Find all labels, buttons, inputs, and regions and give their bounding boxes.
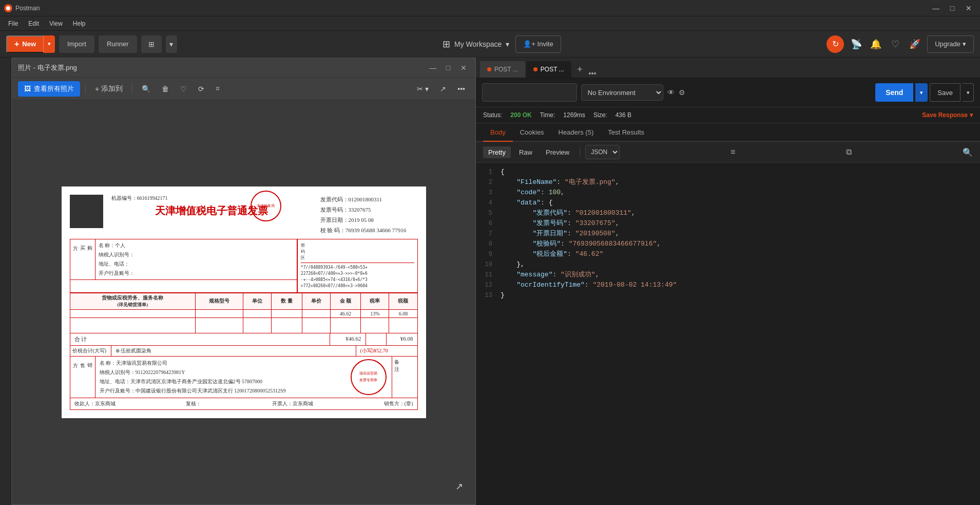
save-response-button[interactable]: Save Response ▾ — [922, 111, 973, 119]
satellite-button[interactable]: 📡 — [849, 37, 863, 51]
col-amount: 金 额 — [330, 293, 361, 309]
rotate-button[interactable]: ⟳ — [194, 83, 208, 95]
env-gear-button[interactable]: ⚙ — [679, 88, 685, 97]
expand-button[interactable]: ↗ — [455, 481, 463, 492]
code-line-12: 12 "ocrIdentifyTime": "2019-08-02 14:13:… — [476, 280, 980, 290]
upgrade-button[interactable]: Upgrade ▾ — [927, 35, 974, 53]
fa-piao-dai-ma: 发票代码：012001800311 — [320, 195, 418, 205]
format-pretty-button[interactable]: Pretty — [483, 146, 511, 158]
share-button[interactable]: ↗ — [436, 83, 450, 95]
upgrade-button-wrap: Upgrade ▾ — [927, 35, 974, 53]
add-icon: + — [95, 85, 99, 93]
request-tab-1[interactable]: POST ... — [480, 61, 525, 78]
send-dropdown-button[interactable]: ▾ — [915, 83, 928, 102]
goods-price-cell — [302, 309, 330, 317]
empty-cell-3 — [243, 317, 272, 333]
total-amount: ¥46.62 — [330, 333, 366, 345]
zoom-icon: 🔍 — [142, 85, 150, 93]
delete-button[interactable]: 🗑 — [158, 83, 173, 95]
viewer-minimize-button[interactable]: — — [427, 62, 438, 73]
viewer-content: 机器编号：661619942171 天津增值税电子普通发票 天津税务局 发票代码… — [12, 100, 475, 504]
runner-button[interactable]: Runner — [99, 35, 137, 53]
wrap-lines-button[interactable]: ≡ — [731, 147, 735, 157]
format-raw-button[interactable]: Raw — [514, 146, 537, 158]
viewer-title: 照片 - 电子发票.png — [18, 63, 77, 72]
jiao-yan-ma: 校 验 码：76939 05688 34666 77916 — [320, 226, 418, 236]
new-button-wrap: + New ▾ — [6, 35, 55, 53]
save-dropdown-button[interactable]: ▾ — [963, 83, 974, 102]
zoom-button[interactable]: 🔍 — [138, 83, 155, 95]
request-tab-2[interactable]: POST ... — [526, 61, 571, 78]
dropdown-button[interactable]: ▾ — [166, 35, 177, 53]
new-tab-button[interactable]: + — [572, 61, 588, 78]
viewer-close-button[interactable]: ✕ — [458, 62, 469, 73]
app-logo — [4, 4, 12, 12]
total-label: 合 计 — [70, 333, 330, 345]
buyer-addr: 地址、电话： — [99, 259, 294, 269]
astronaut-button[interactable]: 🚀 — [908, 37, 922, 51]
workspace-label: My Workspace — [454, 40, 502, 48]
code-line-9: 9 "税后金额": "46.62" — [476, 249, 980, 259]
tab-2-dot — [533, 67, 537, 71]
edit-button[interactable]: ✂ ▾ — [413, 83, 433, 95]
copy-icon: ⧉ — [846, 147, 852, 156]
notification-icon: 🔔 — [870, 39, 881, 50]
viewer-maximize-button[interactable]: □ — [443, 62, 454, 73]
env-select[interactable]: No Environment — [581, 84, 663, 101]
heart-button[interactable]: ♡ — [888, 37, 902, 51]
resp-tab-cookies[interactable]: Cookies — [513, 123, 551, 142]
crop-button[interactable]: ⌗ — [212, 82, 224, 95]
more-tabs-button[interactable]: ••• — [589, 69, 597, 78]
menu-help[interactable]: Help — [69, 19, 90, 28]
col-spec: 规格型号 — [196, 293, 243, 309]
close-button[interactable]: ✕ — [962, 1, 976, 15]
layout-button[interactable]: ⊞ — [141, 35, 162, 53]
request-tabs: POST ... POST ... + ••• — [476, 58, 980, 78]
menu-view[interactable]: View — [45, 19, 67, 28]
menu-file[interactable]: File — [4, 19, 22, 28]
import-button[interactable]: Import — [59, 35, 94, 53]
send-button[interactable]: Send — [875, 83, 913, 102]
resp-tab-headers[interactable]: Headers (5) — [551, 123, 601, 142]
format-preview-button[interactable]: Preview — [541, 146, 574, 158]
code-line-10: 10 }, — [476, 259, 980, 270]
buyer-name-row: 购买方 名 称：个人 纳税人识别号： 地址、电话： 开户行及账号： — [70, 239, 297, 280]
more-button[interactable]: ••• — [453, 83, 469, 95]
workspace-button[interactable]: ⊞ My Workspace ▾ — [443, 39, 509, 50]
add-to-button[interactable]: + 添加到 — [91, 82, 127, 96]
empty-cell-7 — [361, 317, 389, 333]
format-select[interactable]: JSON XML HTML — [585, 145, 620, 159]
workspace-chevron-icon: ▾ — [506, 40, 509, 48]
more-icon: ••• — [457, 85, 465, 93]
code-line-1: 1 { — [476, 167, 980, 177]
new-button[interactable]: + New — [6, 35, 44, 53]
minimize-button[interactable]: — — [929, 1, 943, 15]
status-bar: Status: 200 OK Time: 1269ms Size: 436 B … — [476, 107, 980, 123]
time-label: Time: — [540, 111, 555, 119]
resp-tab-body[interactable]: Body — [483, 123, 513, 142]
copy-button[interactable]: ⧉ — [846, 147, 852, 157]
seller-addr: 地址、电话：天津市武清区京津电子商务产业园宏达道北偏2号 57807000 — [100, 377, 388, 386]
menu-bar: File Edit View Help — [0, 16, 980, 31]
price-total-cn: ⊗ 伍拾贰圆柒角 — [111, 346, 356, 356]
refresh-button[interactable]: ↻ — [827, 35, 844, 53]
heart-toolbar-button[interactable]: ♡ — [176, 83, 191, 95]
separator-1 — [85, 84, 86, 94]
response-body[interactable]: 1 { 2 "FileName": "电子发票.png", 3 "code": … — [476, 163, 980, 505]
gallery-button[interactable]: 🖼 查看所有照片 — [18, 81, 80, 97]
maximize-button[interactable]: □ — [945, 1, 959, 15]
search-response-button[interactable]: 🔍 — [963, 147, 973, 157]
new-dropdown-button[interactable]: ▾ — [44, 35, 55, 53]
code-line-7: 7 "开票日期": "20190508", — [476, 229, 980, 239]
notification-button[interactable]: 🔔 — [869, 37, 883, 51]
save-button[interactable]: Save — [930, 83, 960, 102]
trash-icon: 🗑 — [162, 85, 169, 93]
resp-tab-test-results[interactable]: Test Results — [601, 123, 651, 142]
save-response-chevron: ▾ — [970, 111, 973, 119]
env-eye-button[interactable]: 👁 — [667, 88, 675, 97]
invite-button[interactable]: 👤+ Invite — [515, 35, 561, 53]
empty-cell-8 — [389, 317, 417, 333]
menu-edit[interactable]: Edit — [24, 19, 43, 28]
heart-icon: ♡ — [891, 39, 899, 50]
save-response-label: Save Response — [922, 111, 968, 119]
